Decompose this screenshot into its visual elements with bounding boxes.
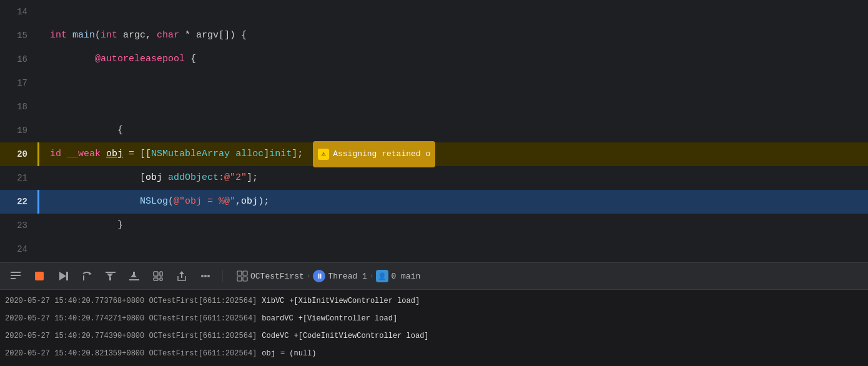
log-process-1 bbox=[144, 292, 149, 310]
code-line-20: 20 id __weak obj = [[NSMutableArray allo… bbox=[0, 142, 868, 166]
svg-point-19 bbox=[201, 275, 204, 277]
log-line-3: 2020-05-27 15:40:20.774390+0800 OCTestFi… bbox=[5, 327, 863, 345]
svg-rect-14 bbox=[154, 272, 158, 276]
svg-rect-15 bbox=[154, 278, 158, 280]
warning-icon: ⚠ bbox=[318, 149, 329, 160]
svg-point-20 bbox=[204, 275, 207, 277]
line-gutter-25 bbox=[37, 261, 42, 262]
log-process-val-3: OCTestFirst[6611:202564] bbox=[149, 327, 257, 345]
line-number-24: 24 bbox=[0, 237, 37, 261]
svg-rect-25 bbox=[243, 277, 247, 281]
step-in-button[interactable] bbox=[101, 267, 120, 285]
breadcrumb-project: OCTestFirst bbox=[250, 272, 304, 281]
breadcrumb: OCTestFirst › ⏸ Thread 1 › 👤 0 main bbox=[237, 270, 420, 282]
svg-rect-16 bbox=[160, 272, 162, 276]
line-number-20: 20 bbox=[0, 142, 37, 166]
line-content-19: { bbox=[42, 119, 868, 142]
svg-marker-4 bbox=[59, 272, 66, 280]
svg-point-21 bbox=[207, 275, 210, 277]
step-out-button[interactable] bbox=[125, 267, 144, 285]
breadcrumb-sep-1: › bbox=[307, 272, 311, 280]
log-line-2: 2020-05-27 15:40:20.774271+0800 OCTestFi… bbox=[5, 310, 863, 327]
stop-button[interactable] bbox=[30, 267, 49, 285]
console-area: 2020-05-27 15:40:20.773768+0800 OCTestFi… bbox=[0, 290, 868, 366]
log-timestamp-3: 2020-05-27 15:40:20.774390+0800 bbox=[5, 327, 144, 345]
code-line-18: 18 bbox=[0, 95, 868, 119]
log-category-3: CodeVC bbox=[257, 327, 293, 345]
line-gutter-21 bbox=[37, 166, 42, 190]
grid-icon bbox=[237, 270, 248, 282]
svg-rect-3 bbox=[35, 272, 44, 280]
log-process-2 bbox=[144, 310, 149, 327]
more-options-button[interactable] bbox=[196, 267, 215, 285]
log-process-4 bbox=[144, 345, 149, 362]
line-number-19: 19 bbox=[0, 119, 37, 142]
svg-rect-24 bbox=[237, 277, 242, 281]
code-line-17: 17 bbox=[0, 71, 868, 95]
log-process-val-2: OCTestFirst[6611:202564] bbox=[149, 310, 257, 327]
log-method-4: = (null) bbox=[280, 345, 317, 362]
line-number-16: 16 bbox=[0, 47, 37, 71]
line-gutter-24 bbox=[37, 237, 42, 261]
code-line-16: 16 @autoreleasepool { bbox=[0, 47, 868, 71]
line-gutter-17 bbox=[37, 71, 42, 95]
log-category-4: obj bbox=[257, 345, 280, 362]
continue-button[interactable] bbox=[54, 267, 72, 285]
toolbar-separator bbox=[222, 270, 223, 282]
svg-rect-0 bbox=[11, 272, 21, 273]
code-line-19: 19 { bbox=[0, 119, 868, 142]
log-category-2: boardVC bbox=[257, 310, 298, 327]
line-number-21: 21 bbox=[0, 166, 37, 190]
person-icon: 👤 bbox=[376, 270, 388, 282]
svg-rect-13 bbox=[129, 279, 139, 280]
line-number-25: 25 bbox=[0, 261, 37, 262]
line-number-23: 23 bbox=[0, 214, 37, 237]
line-gutter-16 bbox=[37, 47, 42, 71]
log-method-3: +[CodeInitViewController load] bbox=[294, 327, 429, 345]
svg-rect-17 bbox=[160, 278, 162, 280]
breadcrumb-frame: 0 main bbox=[391, 272, 420, 281]
svg-rect-5 bbox=[66, 272, 68, 280]
log-line-4: 2020-05-27 15:40:20.821359+0800 OCTestFi… bbox=[5, 345, 863, 362]
warning-text: Assigning retained o bbox=[333, 142, 430, 166]
step-instruction-button[interactable] bbox=[149, 267, 167, 285]
share-button[interactable] bbox=[172, 267, 191, 285]
line-gutter-22 bbox=[37, 190, 42, 214]
code-line-22: 22 NSLog(@"obj = %@",obj); bbox=[0, 190, 868, 214]
code-editor[interactable]: 14 15 int main(int argc, char * argv[]) … bbox=[0, 0, 868, 262]
hide-panel-button[interactable] bbox=[6, 267, 25, 285]
log-process-val-4: OCTestFirst[6611:202564] bbox=[149, 345, 257, 362]
svg-rect-2 bbox=[11, 278, 16, 279]
line-gutter-15 bbox=[37, 24, 42, 47]
svg-rect-12 bbox=[133, 272, 135, 275]
log-process-val-1: OCTestFirst[6611:202564] bbox=[149, 292, 257, 310]
thread-icon: ⏸ bbox=[313, 270, 325, 282]
log-timestamp-1: 2020-05-27 15:40:20.773768+0800 bbox=[5, 292, 144, 310]
line-number-17: 17 bbox=[0, 71, 37, 95]
log-method-2: +[ViewController load] bbox=[298, 310, 397, 327]
code-line-14: 14 bbox=[0, 0, 868, 24]
code-line-25: 25 bbox=[0, 261, 868, 262]
line-content-16: @autoreleasepool { bbox=[42, 47, 868, 71]
log-method-1: +[XibInitViewController load] bbox=[289, 292, 420, 310]
log-line-1: 2020-05-27 15:40:20.773768+0800 OCTestFi… bbox=[5, 292, 863, 310]
log-category-1: XibVC bbox=[257, 292, 289, 310]
code-line-21: 21 [obj addObject:@"2"]; bbox=[0, 166, 868, 190]
line-number-14: 14 bbox=[0, 0, 37, 24]
svg-rect-22 bbox=[237, 271, 242, 275]
line-gutter-18 bbox=[37, 95, 42, 119]
line-number-15: 15 bbox=[0, 24, 37, 47]
svg-rect-23 bbox=[243, 271, 247, 275]
svg-rect-10 bbox=[106, 272, 116, 273]
log-process-3 bbox=[144, 327, 149, 345]
breadcrumb-thread: Thread 1 bbox=[328, 272, 367, 281]
step-over-button[interactable] bbox=[77, 267, 96, 285]
breadcrumb-sep-2: › bbox=[370, 272, 374, 280]
line-content-22: NSLog(@"obj = %@",obj); bbox=[42, 190, 868, 214]
line-content-21: [obj addObject:@"2"]; bbox=[42, 166, 868, 190]
code-line-15: 15 int main(int argc, char * argv[]) { bbox=[0, 24, 868, 47]
warning-badge: ⚠ Assigning retained o bbox=[313, 141, 435, 167]
line-number-18: 18 bbox=[0, 95, 37, 119]
line-content-20: id __weak obj = [[NSMutableArray alloc]i… bbox=[42, 141, 868, 167]
code-line-24: 24 bbox=[0, 237, 868, 261]
